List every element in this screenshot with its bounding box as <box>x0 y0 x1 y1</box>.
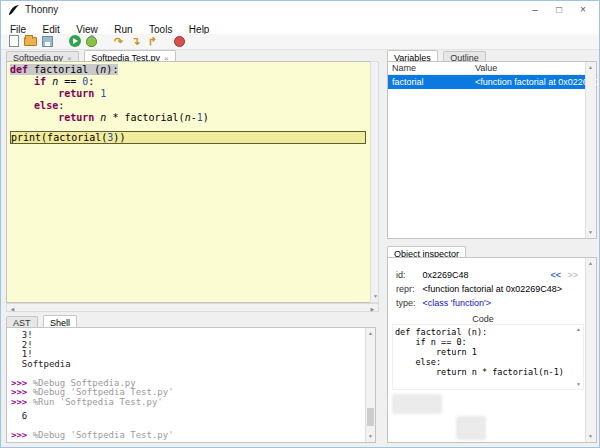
editor-horizontal-scrollbar[interactable]: ◀ ▶ <box>6 303 379 312</box>
scrollbar-thumb[interactable] <box>367 408 374 426</box>
title-bar: Thonny – □ × <box>1 1 599 19</box>
repr-value: <function factorial at 0x02269C48> <box>423 284 563 294</box>
code-line: return 1 <box>395 347 583 357</box>
type-link[interactable]: <class 'function'> <box>423 298 491 308</box>
code-line: 6 <box>11 412 375 422</box>
code-line <box>10 124 370 130</box>
scroll-down-icon[interactable]: ▼ <box>586 432 595 441</box>
minimize-button[interactable]: – <box>523 1 547 19</box>
code-editor[interactable]: def factorial (n): if n == 0: return 1 e… <box>6 61 370 303</box>
code-line: if n == 0: <box>10 76 370 88</box>
shell-vertical-scrollbar[interactable]: ▲ ▼ <box>365 328 375 442</box>
window-title: Thonny <box>25 4 58 15</box>
column-header-value[interactable]: Value <box>475 63 497 73</box>
variables-vertical-scrollbar[interactable]: ▲ ▼ <box>585 62 596 238</box>
code-line: Softpedia <box>11 360 375 370</box>
column-header-name[interactable]: Name <box>392 63 416 73</box>
new-file-icon <box>9 35 19 47</box>
code-line: >>> %Run 'Softpedia Test.py' <box>11 398 375 408</box>
shell-tab-strip: AST Shell <box>6 312 78 327</box>
id-label: id: <box>396 270 420 280</box>
open-folder-icon <box>24 37 37 46</box>
scroll-down-icon[interactable]: ▼ <box>366 432 375 441</box>
code-line: 2! <box>11 341 375 351</box>
thonny-logo-icon <box>8 4 20 16</box>
stop-icon <box>174 36 185 47</box>
save-icon <box>42 36 53 47</box>
inspector-code-box: def factorial (n): if n == 0: return 1 e… <box>392 324 584 390</box>
variables-header: Name Value <box>388 62 585 75</box>
bug-icon <box>86 36 97 47</box>
close-button[interactable]: × <box>571 1 595 19</box>
scroll-down-icon[interactable]: ▼ <box>574 380 583 389</box>
blur-artifact <box>392 394 442 414</box>
variable-name-cell: factorial <box>392 77 424 87</box>
code-line: return n * factorial(n-1) <box>10 112 370 124</box>
scroll-up-icon[interactable]: ▲ <box>574 325 583 334</box>
scroll-up-icon[interactable]: ▲ <box>366 329 375 338</box>
code-box-scrollbar[interactable]: ▲ ▼ <box>574 324 583 390</box>
inspector-vertical-scrollbar[interactable]: ▲ ▼ <box>585 258 596 442</box>
inspector-type-row: type: <class 'function'> <box>396 298 491 308</box>
scroll-up-icon[interactable]: ▲ <box>586 63 595 72</box>
repr-label: repr: <box>396 284 420 294</box>
shell-panel[interactable]: 3! 2! 1! Softpedia >>> %Debug Softpedia.… <box>6 327 376 443</box>
editor-vertical-scrollbar[interactable]: ▼ <box>370 61 379 303</box>
code-line: if n == 0: <box>395 337 583 347</box>
inspector-tab-strip: Object inspector <box>387 243 467 257</box>
maximize-button[interactable]: □ <box>547 1 571 19</box>
variables-tab-strip: Variables Outline <box>387 47 487 61</box>
nav-forward-button[interactable]: >> <box>567 270 578 280</box>
code-line: else: <box>395 357 583 367</box>
object-inspector-panel: id: 0x2269C48 << >> repr: <function fact… <box>387 257 597 443</box>
scroll-right-icon[interactable]: ▶ <box>368 305 377 314</box>
variables-panel: Name Value factorial <function factorial… <box>387 61 597 239</box>
scroll-down-icon[interactable]: ▼ <box>586 228 595 237</box>
editor-tab-strip: Softpedia.py× Softpedia Test.py× <box>6 47 177 61</box>
code-line: 3! <box>11 331 375 341</box>
run-icon <box>69 35 81 47</box>
inspector-repr-row: repr: <function factorial at 0x02269C48> <box>396 284 562 294</box>
thonny-window: Thonny – □ × File Edit View Run Tools He… <box>0 0 600 448</box>
scroll-down-icon[interactable]: ▼ <box>371 292 380 301</box>
inspector-nav: << >> <box>550 270 578 280</box>
code-line: return n * factorial(n-1) <box>395 367 583 377</box>
blur-artifact <box>456 416 486 440</box>
id-value: 0x2269C48 <box>423 270 469 280</box>
variable-value-cell: <function factorial at 0x02269C48> <box>475 77 600 87</box>
code-line: def factorial (n): <box>10 64 370 76</box>
code-line: else: <box>10 100 370 112</box>
code-line: return 1 <box>10 88 370 100</box>
scroll-up-icon[interactable]: ▲ <box>586 259 595 268</box>
inspector-id-row: id: 0x2269C48 <box>396 270 469 280</box>
menu-bar: File Edit View Run Tools Help <box>1 19 599 34</box>
code-line: print(factorial(3)) <box>10 131 366 144</box>
table-row[interactable]: factorial <function factorial at 0x02269… <box>388 75 585 89</box>
code-line: def factorial (n): <box>395 327 583 337</box>
nav-back-button[interactable]: << <box>550 270 561 280</box>
code-line: >>> %Debug 'Softpedia Test.py' <box>11 431 375 441</box>
code-section-header: Code <box>388 314 578 324</box>
type-label: type: <box>396 298 420 308</box>
